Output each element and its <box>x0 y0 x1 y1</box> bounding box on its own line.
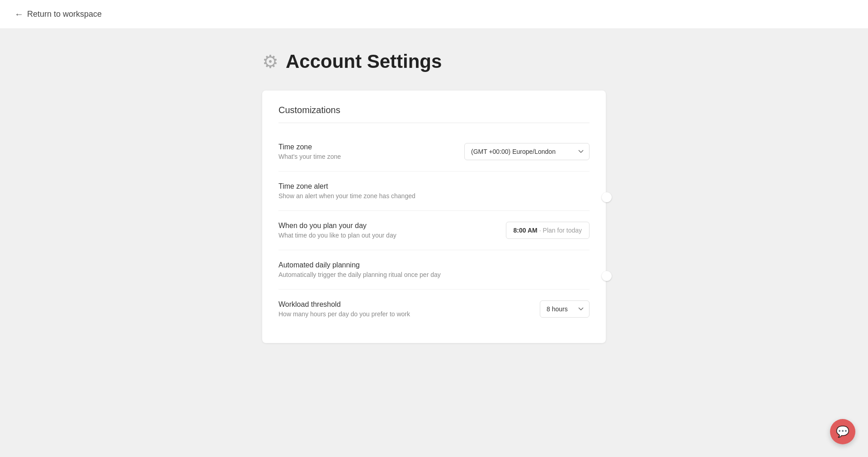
automated-planning-row: Automated daily planning Automatically t… <box>278 250 590 290</box>
gear-icon-large: ⚙ <box>262 51 278 72</box>
automated-planning-text: Automated daily planning Automatically t… <box>278 261 441 278</box>
workload-threshold-row: Workload threshold How many hours per da… <box>278 290 590 328</box>
timezone-control: (GMT +00:00) Europe/London (GMT -05:00) … <box>464 143 590 160</box>
plan-time-value: 8:00 AM <box>514 227 538 234</box>
timezone-alert-description: Show an alert when your time zone has ch… <box>278 192 415 200</box>
page-content: ⚙ Account Settings Customizations Time z… <box>0 29 868 343</box>
back-link[interactable]: ← Return to workspace <box>14 9 102 19</box>
timezone-alert-text: Time zone alert Show an alert when your … <box>278 182 415 200</box>
workload-threshold-description: How many hours per day do you prefer to … <box>278 310 410 318</box>
automated-planning-knob <box>602 271 612 281</box>
plan-day-description: What time do you like to plan out your d… <box>278 232 396 239</box>
timezone-row: Time zone What's your time zone (GMT +00… <box>278 132 590 171</box>
plan-time-separator: · <box>539 227 541 234</box>
plan-day-row: When do you plan your day What time do y… <box>278 211 590 250</box>
automated-planning-description: Automatically trigger the daily planning… <box>278 271 441 278</box>
workload-threshold-label: Workload threshold <box>278 300 410 309</box>
plan-time-button[interactable]: 8:00 AM · Plan for today <box>506 222 590 239</box>
plan-day-control: 8:00 AM · Plan for today <box>506 222 590 239</box>
workload-threshold-control: 1 hour 2 hours 3 hours 4 hours 5 hours 6… <box>540 300 590 318</box>
settings-card: Customizations Time zone What's your tim… <box>262 90 606 343</box>
timezone-alert-knob <box>602 192 612 202</box>
chat-icon: 💬 <box>836 425 849 438</box>
timezone-text: Time zone What's your time zone <box>278 143 341 160</box>
timezone-description: What's your time zone <box>278 153 341 160</box>
back-arrow-icon: ← <box>14 9 24 19</box>
chat-button[interactable]: 💬 <box>830 419 855 444</box>
page-title: Account Settings <box>286 51 442 72</box>
plan-time-action: Plan for today <box>543 227 582 234</box>
automated-planning-label: Automated daily planning <box>278 261 441 269</box>
hours-select[interactable]: 1 hour 2 hours 3 hours 4 hours 5 hours 6… <box>540 300 590 318</box>
timezone-alert-label: Time zone alert <box>278 182 415 190</box>
timezone-label: Time zone <box>278 143 341 151</box>
plan-day-text: When do you plan your day What time do y… <box>278 222 396 239</box>
workload-threshold-text: Workload threshold How many hours per da… <box>278 300 410 318</box>
timezone-select[interactable]: (GMT +00:00) Europe/London (GMT -05:00) … <box>464 143 590 160</box>
section-title: Customizations <box>278 105 590 123</box>
timezone-alert-row: Time zone alert Show an alert when your … <box>278 171 590 211</box>
plan-day-label: When do you plan your day <box>278 222 396 230</box>
top-bar: ← Return to workspace <box>0 0 868 29</box>
page-header: ⚙ Account Settings <box>262 51 606 72</box>
back-link-label: Return to workspace <box>27 10 102 19</box>
